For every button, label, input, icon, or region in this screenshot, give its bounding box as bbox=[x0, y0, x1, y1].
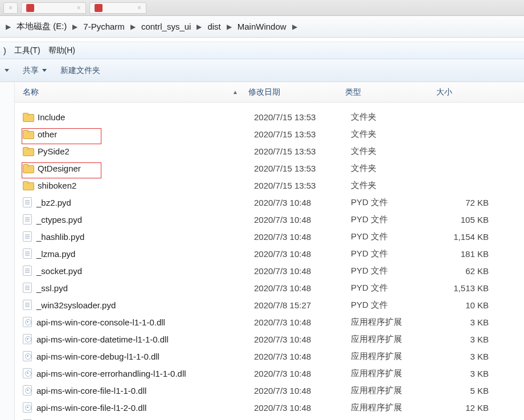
file-row[interactable]: api-ms-win-core-file-l1-1-0.dll2020/7/3 … bbox=[15, 382, 524, 399]
favicon-icon bbox=[95, 4, 103, 12]
browser-tab-strip: × × × bbox=[0, 0, 524, 16]
breadcrumb-segment[interactable]: MainWindow bbox=[238, 22, 286, 31]
file-row[interactable]: _lzma.pyd2020/7/3 10:48PYD 文件181 KB bbox=[15, 245, 524, 262]
file-name-label: api-ms-win-core-console-l1-1-0.dll bbox=[36, 317, 165, 327]
file-date-cell: 2020/7/3 10:48 bbox=[254, 283, 351, 293]
breadcrumb-segment[interactable]: 7-Pycharm bbox=[83, 22, 125, 31]
column-header-size[interactable]: 大小 bbox=[436, 87, 499, 97]
breadcrumb-segment[interactable]: 本地磁盘 (E:) bbox=[17, 21, 67, 32]
menu-help[interactable]: 帮助(H) bbox=[48, 46, 75, 56]
file-size-cell: 3 KB bbox=[442, 317, 505, 327]
new-folder-button[interactable]: 新建文件夹 bbox=[60, 66, 100, 76]
breadcrumb-segment[interactable]: contrl_sys_ui bbox=[141, 22, 191, 31]
address-bar[interactable]: ▶ 本地磁盘 (E:) ▶ 7-Pycharm ▶ contrl_sys_ui … bbox=[0, 16, 524, 38]
file-rows: Include2020/7/15 13:53文件夹other2020/7/15 … bbox=[15, 108, 524, 420]
file-type-cell: 应用程序扩展 bbox=[351, 351, 442, 362]
file-row[interactable]: api-ms-win-core-file-l2-1-0.dll2020/7/3 … bbox=[15, 416, 524, 420]
close-icon[interactable]: × bbox=[137, 4, 141, 12]
column-header-date[interactable]: 修改日期 bbox=[248, 87, 345, 97]
file-name-label: _bz2.pyd bbox=[36, 198, 71, 207]
dll-icon bbox=[23, 402, 32, 413]
chevron-right-icon[interactable]: ▶ bbox=[286, 23, 303, 31]
column-header-name[interactable]: 名称 ▲ bbox=[15, 87, 248, 97]
file-name-label: shiboken2 bbox=[38, 181, 76, 190]
browser-tab[interactable]: × bbox=[21, 2, 86, 14]
chevron-down-icon bbox=[42, 69, 47, 72]
file-date-cell: 2020/7/3 10:48 bbox=[254, 369, 351, 378]
folder-icon bbox=[23, 130, 33, 138]
chevron-right-icon[interactable]: ▶ bbox=[221, 23, 238, 31]
file-type-cell: 应用程序扩展 bbox=[351, 385, 442, 396]
dll-icon bbox=[23, 368, 32, 378]
file-date-cell: 2020/7/3 10:48 bbox=[254, 215, 351, 225]
browser-tab[interactable]: × bbox=[89, 2, 146, 14]
close-icon[interactable]: × bbox=[9, 4, 13, 12]
folder-icon bbox=[23, 147, 33, 156]
file-row[interactable]: PySide22020/7/15 13:53文件夹 bbox=[15, 142, 524, 160]
browser-tab[interactable]: × bbox=[3, 2, 18, 14]
file-row[interactable]: _ssl.pyd2020/7/3 10:48PYD 文件1,513 KB bbox=[15, 279, 524, 296]
file-size-cell: 181 KB bbox=[442, 249, 505, 259]
chevron-right-icon[interactable]: ▶ bbox=[6, 23, 17, 31]
chevron-right-icon[interactable]: ▶ bbox=[67, 23, 83, 31]
chevron-right-icon[interactable]: ▶ bbox=[191, 23, 207, 31]
file-row[interactable]: shiboken22020/7/15 13:53文件夹 bbox=[15, 177, 524, 194]
file-type-cell: PYD 文件 bbox=[351, 197, 442, 208]
file-type-cell: 应用程序扩展 bbox=[351, 334, 442, 345]
file-size-cell: 3 KB bbox=[442, 335, 505, 344]
file-size-cell: 3 KB bbox=[442, 352, 505, 361]
file-name-label: _hashlib.pyd bbox=[36, 232, 84, 242]
file-name-label: api-ms-win-core-errorhandling-l1-1-0.dll bbox=[36, 369, 186, 378]
menu-tools[interactable]: 工具(T) bbox=[14, 46, 40, 56]
chevron-right-icon[interactable]: ▶ bbox=[125, 23, 141, 31]
file-row[interactable]: _win32sysloader.pyd2020/7/8 15:27PYD 文件1… bbox=[15, 296, 524, 313]
file-name-cell: shiboken2 bbox=[21, 181, 254, 190]
column-headers: 名称 ▲ 修改日期 类型 大小 bbox=[15, 82, 524, 103]
file-name-label: PySide2 bbox=[38, 146, 69, 156]
file-name-label: other bbox=[38, 129, 57, 139]
file-type-cell: 应用程序扩展 bbox=[351, 402, 442, 413]
file-list: 名称 ▲ 修改日期 类型 大小 Include2020/7/15 13:53文件… bbox=[15, 82, 524, 420]
file-date-cell: 2020/7/3 10:48 bbox=[254, 352, 351, 361]
file-row[interactable]: api-ms-win-core-errorhandling-l1-1-0.dll… bbox=[15, 365, 524, 382]
dll-icon bbox=[23, 334, 32, 344]
file-date-cell: 2020/7/15 13:53 bbox=[254, 129, 351, 139]
file-row[interactable]: other2020/7/15 13:53文件夹 bbox=[15, 125, 524, 142]
chevron-down-icon[interactable] bbox=[5, 69, 9, 72]
file-date-cell: 2020/7/3 10:48 bbox=[254, 198, 351, 207]
file-name-cell: QtDesigner bbox=[21, 164, 254, 173]
share-button[interactable]: 共享 bbox=[23, 66, 47, 76]
file-row[interactable]: _ctypes.pyd2020/7/3 10:48PYD 文件105 KB bbox=[15, 211, 524, 228]
file-row[interactable]: api-ms-win-core-console-l1-1-0.dll2020/7… bbox=[15, 313, 524, 331]
file-date-cell: 2020/7/15 13:53 bbox=[254, 164, 351, 173]
file-row[interactable]: api-ms-win-core-file-l1-2-0.dll2020/7/3 … bbox=[15, 399, 524, 416]
file-row[interactable]: Include2020/7/15 13:53文件夹 bbox=[15, 108, 524, 125]
file-row[interactable]: api-ms-win-core-datetime-l1-1-0.dll2020/… bbox=[15, 331, 524, 348]
file-icon bbox=[23, 283, 32, 293]
file-row[interactable]: _hashlib.pyd2020/7/3 10:48PYD 文件1,154 KB bbox=[15, 228, 524, 245]
file-name-cell: api-ms-win-core-datetime-l1-1-0.dll bbox=[21, 334, 254, 344]
column-header-type[interactable]: 类型 bbox=[345, 87, 436, 97]
file-name-label: _ctypes.pyd bbox=[36, 215, 82, 225]
file-row[interactable]: _bz2.pyd2020/7/3 10:48PYD 文件72 KB bbox=[15, 194, 524, 211]
file-name-label: _lzma.pyd bbox=[36, 249, 75, 259]
file-name-cell: api-ms-win-core-debug-l1-1-0.dll bbox=[21, 351, 254, 361]
file-name-cell: api-ms-win-core-file-l1-2-0.dll bbox=[21, 402, 254, 413]
file-type-cell: 应用程序扩展 bbox=[351, 368, 442, 379]
menu-bar: ) 工具(T) 帮助(H) bbox=[0, 42, 524, 59]
close-icon[interactable]: × bbox=[77, 4, 81, 12]
file-row[interactable]: api-ms-win-core-debug-l1-1-0.dll2020/7/3… bbox=[15, 348, 524, 365]
breadcrumb-segment[interactable]: dist bbox=[207, 22, 220, 31]
file-row[interactable]: QtDesigner2020/7/15 13:53文件夹 bbox=[15, 160, 524, 177]
file-type-cell: 文件夹 bbox=[351, 163, 442, 174]
spacer bbox=[15, 103, 524, 108]
dll-icon bbox=[23, 385, 32, 395]
file-icon bbox=[23, 248, 32, 259]
file-date-cell: 2020/7/3 10:48 bbox=[254, 335, 351, 344]
column-header-name-label: 名称 bbox=[23, 87, 39, 97]
dll-icon bbox=[23, 317, 32, 327]
file-type-cell: 应用程序扩展 bbox=[351, 317, 442, 328]
file-type-cell: PYD 文件 bbox=[351, 214, 442, 225]
file-row[interactable]: _socket.pyd2020/7/3 10:48PYD 文件62 KB bbox=[15, 262, 524, 279]
file-size-cell: 72 KB bbox=[442, 198, 505, 207]
